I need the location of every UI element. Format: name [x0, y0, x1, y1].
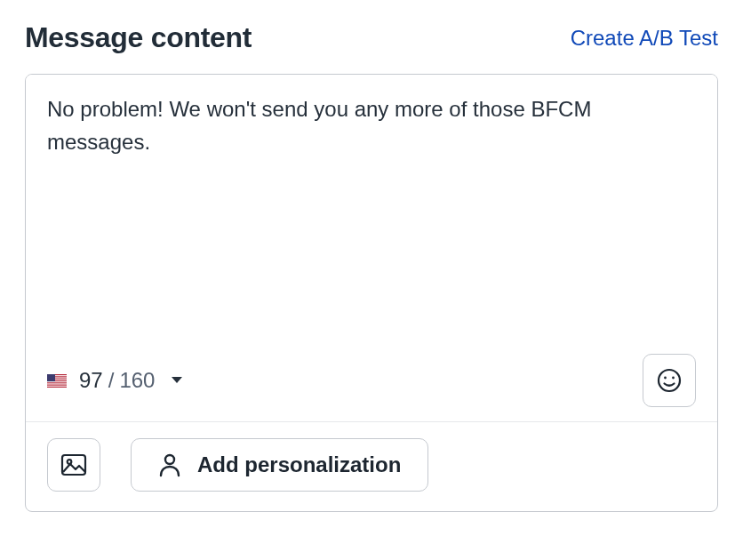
current-count: 97 [79, 368, 103, 393]
count-separator: / [108, 368, 115, 393]
svg-rect-5 [47, 383, 67, 384]
caret-down-icon [171, 376, 183, 385]
character-count-row: 97 / 160 [26, 345, 717, 422]
section-title: Message content [25, 21, 252, 54]
editor-toolbar: Add personalization [26, 422, 717, 511]
us-flag-icon [47, 374, 67, 388]
svg-rect-4 [47, 381, 67, 382]
section-header: Message content Create A/B Test [25, 21, 718, 54]
message-editor-panel: 97 / 160 [25, 74, 718, 512]
add-personalization-label: Add personalization [197, 452, 401, 477]
svg-point-8 [659, 370, 680, 391]
person-icon [158, 452, 181, 477]
add-personalization-button[interactable]: Add personalization [131, 438, 428, 492]
message-textarea[interactable] [26, 75, 717, 341]
image-icon [60, 453, 87, 476]
svg-rect-6 [47, 385, 67, 386]
smiley-icon [656, 367, 683, 394]
insert-image-button[interactable] [47, 438, 100, 492]
svg-point-13 [165, 455, 174, 464]
svg-rect-7 [47, 374, 55, 381]
char-limit: 160 [119, 368, 155, 393]
svg-point-9 [664, 377, 667, 380]
emoji-picker-button[interactable] [643, 354, 696, 407]
char-count-dropdown[interactable]: 97 / 160 [47, 368, 183, 393]
svg-rect-11 [62, 455, 85, 475]
char-count-text: 97 / 160 [79, 368, 155, 393]
create-ab-test-link[interactable]: Create A/B Test [571, 26, 718, 51]
svg-point-10 [672, 377, 675, 380]
